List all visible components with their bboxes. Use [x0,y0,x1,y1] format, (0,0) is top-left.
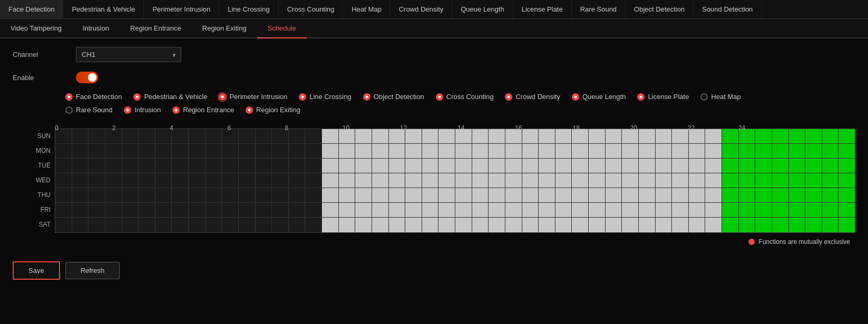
grid-cell[interactable] [322,144,339,158]
grid-cell[interactable] [722,188,739,202]
grid-cell[interactable] [572,218,589,232]
grid-cell[interactable] [622,218,639,232]
grid-cell[interactable] [189,129,206,143]
enable-toggle[interactable] [76,72,98,83]
grid-cell[interactable] [289,218,306,232]
grid-row-mon[interactable] [55,144,855,159]
grid-cell[interactable] [305,218,322,232]
grid-cell[interactable] [189,159,206,173]
tab-rare-sound[interactable]: Rare Sound [572,0,626,18]
grid-cell[interactable] [838,144,855,158]
grid-cell[interactable] [672,144,689,158]
grid-cell[interactable] [239,203,256,217]
grid-cell[interactable] [55,144,72,158]
grid-cell[interactable] [172,144,189,158]
grid-cell[interactable] [72,173,89,188]
grid-cell[interactable] [705,203,722,217]
grid-cell[interactable] [772,144,789,158]
grid-cell[interactable] [256,129,272,143]
option-license-plate[interactable]: License Plate [637,93,689,101]
grid-cell[interactable] [555,218,572,232]
grid-cell[interactable] [722,144,739,158]
grid-cell[interactable] [589,218,606,232]
grid-cell[interactable] [639,188,656,202]
grid-cell[interactable] [722,173,739,188]
grid-cell[interactable] [739,159,756,173]
grid-cell[interactable] [89,144,105,158]
grid-cell[interactable] [789,188,806,202]
grid-cell[interactable] [689,203,706,217]
grid-cell[interactable] [705,218,722,232]
option-perimeter-intrusion[interactable]: Perimeter Intrusion [219,93,287,101]
grid-cell[interactable] [838,129,855,143]
grid-cell[interactable] [539,159,555,173]
grid-cell[interactable] [372,129,389,143]
grid-cell[interactable] [589,173,606,188]
grid-cell[interactable] [522,129,539,143]
grid-cell[interactable] [189,173,206,188]
grid-cell[interactable] [672,173,689,188]
grid-cell[interactable] [172,203,189,217]
grid-cell[interactable] [838,173,855,188]
grid-cell[interactable] [122,173,139,188]
grid-cell[interactable] [672,188,689,202]
grid-cell[interactable] [55,188,72,202]
grid-cell[interactable] [372,173,389,188]
grid-cell[interactable] [305,129,322,143]
grid-cell[interactable] [455,173,472,188]
grid-cell[interactable] [555,159,572,173]
grid-cell[interactable] [122,144,139,158]
grid-cell[interactable] [422,159,439,173]
grid-cell[interactable] [189,188,206,202]
grid-row-fri[interactable] [55,203,855,218]
tab-crowd-density[interactable]: Crowd Density [391,0,453,18]
grid-cell[interactable] [705,173,722,188]
channel-select[interactable]: CH1 CH2 CH3 CH4 [76,47,181,62]
grid-cell[interactable] [405,129,422,143]
grid-cell[interactable] [755,203,772,217]
grid-cell[interactable] [339,218,356,232]
grid-cell[interactable] [739,188,756,202]
grid-cell[interactable] [838,203,855,217]
grid-cell[interactable] [606,144,622,158]
grid-cell[interactable] [739,203,756,217]
grid-cell[interactable] [505,173,522,188]
grid-cell[interactable] [305,173,322,188]
grid-cell[interactable] [789,144,806,158]
grid-cell[interactable] [139,188,155,202]
grid-cell[interactable] [122,188,139,202]
grid-cell[interactable] [339,188,356,202]
tab-object-detection[interactable]: Object Detection [626,0,694,18]
grid-cell[interactable] [405,218,422,232]
grid-cell[interactable] [522,159,539,173]
grid-cell[interactable] [72,144,89,158]
grid-cell[interactable] [72,159,89,173]
grid-cell[interactable] [239,159,256,173]
grid-cell[interactable] [755,218,772,232]
grid-cell[interactable] [289,203,306,217]
grid-cell[interactable] [105,173,122,188]
grid-cell[interactable] [289,159,306,173]
grid-cell[interactable] [572,203,589,217]
grid-cell[interactable] [472,188,489,202]
grid-cell[interactable] [656,129,672,143]
grid-cell[interactable] [239,144,256,158]
grid-cell[interactable] [339,144,356,158]
option-object-detection[interactable]: Object Detection [363,93,424,101]
grid-cell[interactable] [555,188,572,202]
grid-cell[interactable] [272,203,289,217]
grid-cell[interactable] [789,203,806,217]
grid-cell[interactable] [656,188,672,202]
option-pedestrian-vehicle[interactable]: Pedestrian & Vehicle [133,93,207,101]
grid-cell[interactable] [322,173,339,188]
grid-cell[interactable] [72,203,89,217]
option-queue-length[interactable]: Queue Length [572,93,626,101]
grid-cell[interactable] [739,218,756,232]
grid-cell[interactable] [805,159,822,173]
grid-cell[interactable] [472,173,489,188]
grid-cell[interactable] [89,129,105,143]
grid-cell[interactable] [455,218,472,232]
grid-cell[interactable] [305,188,322,202]
grid-cell[interactable] [339,173,356,188]
grid-cell[interactable] [322,218,339,232]
